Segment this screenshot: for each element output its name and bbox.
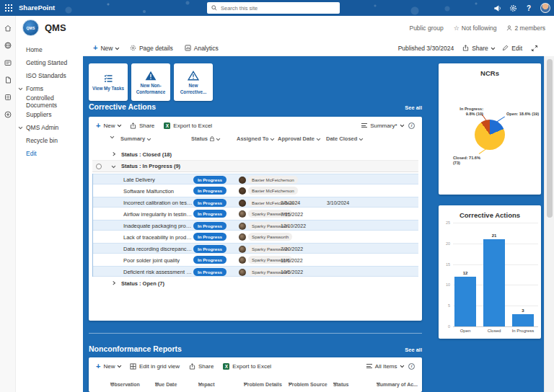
column-status[interactable]: Status — [191, 135, 219, 142]
bar-in-progress[interactable] — [512, 314, 534, 326]
table-row[interactable]: Deficient risk assessment processIn Prog… — [93, 266, 418, 277]
info-icon[interactable]: i — [408, 122, 415, 129]
assigned-to-cell[interactable]: Baxter McFetcherson — [239, 176, 298, 184]
row-summary[interactable]: Incorrect calibration on testing e... — [123, 199, 193, 205]
table-row[interactable]: Late DeliveryIn ProgressBaxter McFetcher… — [93, 174, 418, 184]
sidebar-item-controlled-documents[interactable]: Controlled Documents — [16, 95, 83, 108]
document-icon[interactable] — [0, 71, 16, 89]
bar-open[interactable] — [454, 277, 476, 326]
user-avatar[interactable] — [540, 3, 550, 13]
person-chip[interactable]: Baxter McFetcherson — [248, 187, 298, 195]
sidebar-item-iso-standards[interactable]: ISO Standards — [16, 69, 83, 82]
app-launcher-icon[interactable] — [5, 4, 12, 12]
assigned-to-cell[interactable]: Baxter McFetcherson — [239, 187, 298, 195]
search-box[interactable] — [207, 2, 340, 14]
scrollbar-thumb[interactable] — [547, 59, 553, 218]
row-summary[interactable]: Inadequate packaging protection — [123, 222, 193, 228]
new-button[interactable]: +New — [93, 44, 118, 52]
view-selector[interactable]: Summary* — [361, 122, 403, 129]
group-status-in-progress[interactable]: Status : In Progress (9) — [92, 160, 418, 172]
view-my-tasks-button[interactable]: View My Tasks — [89, 63, 128, 101]
status-badge: In Progress — [193, 187, 227, 195]
lists-icon[interactable] — [0, 89, 16, 106]
list-new-button[interactable]: +New — [96, 122, 120, 130]
nonconformance-see-all[interactable]: See all — [405, 347, 422, 353]
edit-in-grid-view-button[interactable]: Edit in grid view — [130, 363, 180, 370]
row-summary[interactable]: Software Malfunction — [123, 187, 193, 194]
help-icon[interactable]: ? — [524, 4, 533, 12]
home-icon[interactable] — [0, 19, 16, 37]
ncrs-pie[interactable] — [475, 120, 505, 150]
news-icon[interactable] — [0, 54, 16, 71]
site-logo[interactable]: QMS — [22, 19, 39, 36]
avatar — [239, 246, 246, 253]
ncr-new-button[interactable]: +New — [96, 362, 120, 370]
row-summary[interactable]: Lack of traceability in production — [123, 233, 193, 240]
analytics-button[interactable]: Analytics — [185, 45, 219, 52]
sidebar-item-getting-started[interactable]: Getting Started — [16, 56, 83, 69]
chevron-down-icon[interactable] — [19, 86, 22, 90]
table-row[interactable]: Poor solder joint qualityIn ProgressSpar… — [93, 254, 418, 265]
corrective-actions-see-all[interactable]: See all — [405, 104, 422, 111]
settings-gear-icon[interactable] — [509, 4, 517, 12]
sharepoint-label[interactable]: SharePoint — [19, 4, 55, 12]
create-icon[interactable] — [0, 106, 16, 123]
ncr-export-to-excel-button[interactable]: XExport to Excel — [223, 363, 271, 370]
ncr-view-selector[interactable]: All Items — [366, 363, 403, 370]
export-to-excel-button[interactable]: XExport to Excel — [164, 122, 212, 129]
page-scrollbar[interactable] — [544, 56, 554, 392]
table-row[interactable]: Incorrect calibration on testing e...In … — [93, 197, 418, 208]
sidebar-item-qms-admin[interactable]: QMS Admin — [16, 121, 83, 134]
share-icon — [130, 122, 136, 129]
ca-bar-plot: 051015202512Open21Closed3In Progress — [439, 205, 541, 339]
warning-filled-icon — [145, 69, 157, 81]
table-row[interactable]: Data recording discrepanciesIn ProgressS… — [93, 243, 418, 254]
list-share-button[interactable]: Share — [130, 122, 154, 129]
row-summary[interactable]: Late Delivery — [123, 176, 193, 182]
page-details-button[interactable]: Page details — [130, 45, 173, 52]
search-input[interactable] — [221, 5, 335, 12]
approval-date-cell: 2/5/2024 — [281, 200, 300, 205]
row-summary[interactable]: Deficient risk assessment process — [123, 268, 193, 275]
share-button[interactable]: Share — [462, 45, 493, 52]
row-select-circle[interactable] — [96, 164, 102, 169]
ncr-share-button[interactable]: Share — [189, 363, 214, 370]
person-chip[interactable]: Baxter McFetcherson — [248, 176, 298, 184]
megaphone-icon[interactable] — [493, 4, 501, 12]
leader-line-open — [496, 116, 505, 122]
approval-date-cell: 10/5/2022 — [281, 269, 303, 274]
sidebar-item-edit[interactable]: Edit — [16, 147, 83, 160]
column-assigned-to[interactable]: Assigned To — [237, 135, 273, 142]
sidebar-item-home[interactable]: Home — [16, 43, 83, 56]
table-row[interactable]: Inadequate packaging protectionIn Progre… — [93, 220, 418, 231]
table-row[interactable]: Software MalfunctionIn ProgressBaxter Mc… — [93, 185, 418, 196]
table-row[interactable]: Lack of traceability in productionIn Pro… — [93, 231, 418, 242]
row-summary[interactable]: Poor solder joint quality — [123, 257, 193, 263]
assigned-to-cell[interactable]: Sparky Pawsworth — [239, 233, 292, 241]
edit-button[interactable]: Edit — [502, 45, 522, 52]
new-corrective-action-button[interactable]: New Corrective... — [174, 63, 213, 101]
person-chip[interactable]: Sparky Pawsworth — [248, 233, 292, 241]
hero-buttons: View My Tasks New Non-Conformance New Co… — [89, 63, 213, 101]
expand-icon[interactable] — [531, 45, 538, 52]
group-status-closed[interactable]: Status : Closed (18) — [92, 148, 418, 160]
row-summary[interactable]: Data recording discrepancies — [123, 245, 193, 251]
column-summary[interactable]: Summary — [120, 135, 150, 142]
bar-closed[interactable] — [483, 239, 505, 326]
sidebar-item-suppliers[interactable]: Suppliers — [16, 108, 83, 121]
expand-all-chevron[interactable] — [110, 135, 113, 138]
members-button[interactable]: 2 members — [506, 24, 545, 32]
group-status-open[interactable]: Status : Open (7) — [92, 277, 418, 289]
globe-icon[interactable] — [0, 37, 16, 54]
new-non-conformance-button[interactable]: New Non-Conformance — [131, 63, 170, 101]
table-row[interactable]: Airflow irregularity in testing cha...In… — [93, 208, 418, 219]
sidebar-item-forms[interactable]: Forms — [16, 82, 83, 95]
column-approval-date[interactable]: Approval Date — [278, 135, 319, 142]
column-date-closed[interactable]: Date Closed — [326, 135, 362, 142]
info-icon[interactable]: i — [408, 363, 415, 370]
follow-button[interactable]: ☆Not following — [454, 24, 497, 32]
row-summary[interactable]: Airflow irregularity in testing cha... — [123, 210, 193, 217]
chevron-down-icon[interactable] — [19, 125, 22, 129]
status-badge: In Progress — [193, 176, 227, 184]
sidebar-item-recycle-bin[interactable]: Recycle bin — [16, 134, 83, 147]
